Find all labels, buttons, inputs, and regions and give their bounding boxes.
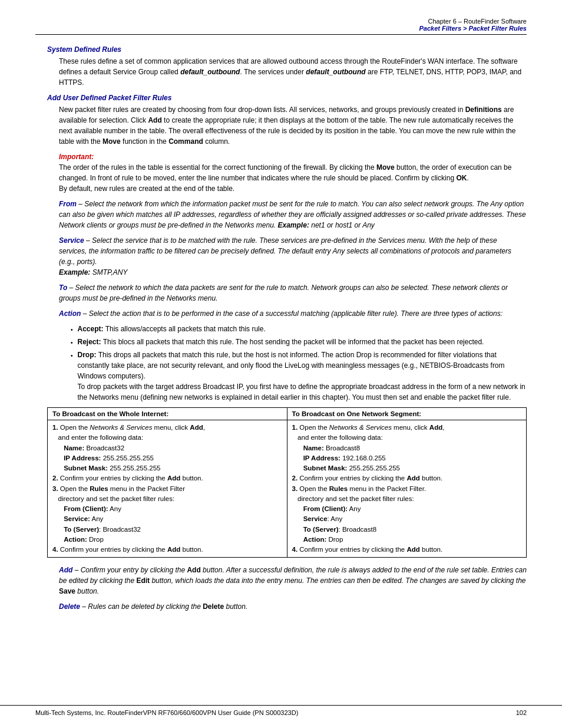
- page-header: Chapter 6 – RouteFinder Software Packet …: [35, 18, 527, 35]
- default-outbound-label2: default_outbound: [306, 68, 365, 76]
- col2-step1: 1.: [292, 424, 298, 431]
- accept-bullet: • Accept: This allows/accepts all packet…: [71, 324, 527, 334]
- accept-text: Accept: This allows/accepts all packets …: [78, 324, 266, 334]
- to-para: To – Select the network to which the dat…: [59, 282, 527, 304]
- system-defined-section: System Defined Rules These rules define …: [35, 45, 527, 88]
- important-label: Important:: [59, 153, 94, 161]
- col1-step2: 2.: [52, 475, 58, 482]
- drop-text: Drop: This drops all packets that match …: [78, 350, 527, 403]
- action-para: Action – Select the action that is to be…: [59, 308, 527, 319]
- action-bullets: • Accept: This allows/accepts all packet…: [71, 324, 527, 403]
- add-user-defined-section: Add User Defined Packet Filter Rules New…: [35, 94, 527, 612]
- col2-header: To Broadcast on One Network Segment:: [287, 408, 527, 420]
- add-user-defined-para: New packet filter rules are created by c…: [59, 104, 527, 147]
- col1-step1: 1.: [52, 424, 58, 431]
- page: Chapter 6 – RouteFinder Software Packet …: [0, 0, 562, 728]
- col1-content: 1. Open the Networks & Services menu, cl…: [48, 420, 287, 558]
- bullet-dot-3: •: [71, 351, 73, 360]
- service-para: Service – Select the service that is to …: [59, 235, 527, 278]
- page-footer: Multi-Tech Systems, Inc. RouteFinderVPN …: [0, 705, 562, 716]
- footer-page-number: 102: [516, 709, 527, 716]
- bullet-dot-1: •: [71, 325, 73, 334]
- drop-bullet: • Drop: This drops all packets that matc…: [71, 350, 527, 403]
- col1-header: To Broadcast on the Whole Internet:: [48, 408, 287, 420]
- delete-section-para: Delete – Rules can be deleted by clickin…: [59, 601, 527, 612]
- from-para: From – Select the network from which the…: [59, 199, 527, 230]
- add-user-defined-title: Add User Defined Packet Filter Rules: [47, 94, 527, 102]
- system-defined-para: These rules define a set of common appli…: [59, 56, 527, 88]
- footer-left: Multi-Tech Systems, Inc. RouteFinderVPN …: [35, 709, 298, 716]
- reject-bullet: • Reject: This blocs all packets that ma…: [71, 337, 527, 347]
- col2-step2: 2.: [292, 475, 298, 482]
- col2-content: 1. Open the Networks & Services menu, cl…: [287, 420, 527, 558]
- chapter-title: Chapter 6 – RouteFinder Software: [35, 18, 527, 25]
- col1-step4: 4.: [52, 546, 58, 553]
- system-defined-title: System Defined Rules: [47, 45, 527, 54]
- col2-step4: 4.: [292, 546, 298, 553]
- col2-step3: 3.: [292, 485, 298, 492]
- bullet-dot-2: •: [71, 338, 73, 347]
- reject-text: Reject: This blocs all packets that matc…: [78, 337, 484, 347]
- col1-step3: 3.: [52, 485, 58, 492]
- important-block: Important: The order of the rules in the…: [59, 151, 527, 194]
- broadcast-table: To Broadcast on the Whole Internet: To B…: [47, 407, 527, 558]
- section-title-header: Packet Filters > Packet Filter Rules: [35, 25, 527, 32]
- default-outbound-label: default_outbound: [180, 68, 240, 76]
- add-section-para: Add – Confirm your entry by clicking the…: [59, 565, 527, 597]
